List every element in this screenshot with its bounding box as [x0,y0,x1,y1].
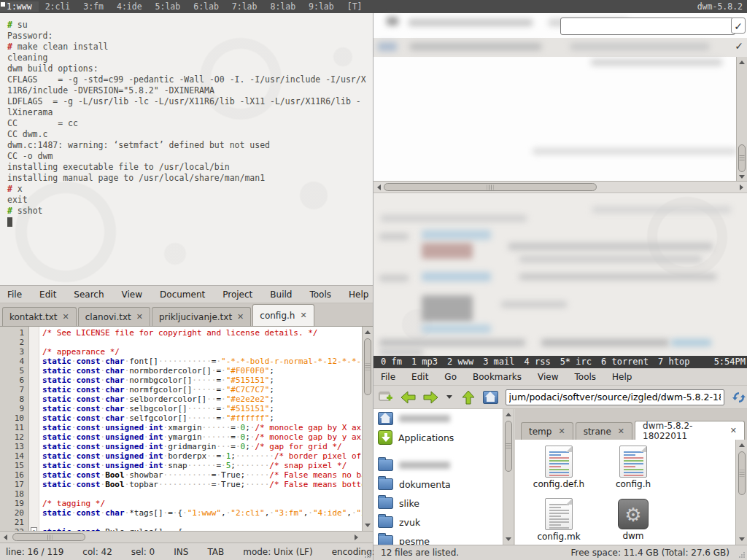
scroll-up-icon[interactable] [737,58,746,67]
filemanager-menu-file[interactable]: File [381,372,395,382]
scrollbar-thumb[interactable] [12,533,85,541]
dwm-tag-1-www[interactable]: 1:www [0,1,39,12]
scrollbar-thumb[interactable] [738,144,746,172]
fileview-scrollbar[interactable] [735,440,747,545]
scroll-down-icon[interactable] [503,534,513,544]
sidebar-item-blurred-2[interactable] [374,456,503,475]
fm-tab-temp[interactable]: temp✕ [521,422,573,440]
screen-window-7htop[interactable]: 7 htop [658,357,689,367]
blurred-input-field[interactable] [560,18,735,35]
tab-close-icon[interactable]: ✕ [136,312,143,322]
horizontal-scrollbar[interactable] [374,181,747,192]
fm-tab-dwm-5.8.2-18022011[interactable]: dwm-5.8.2-18022011✕ [635,421,745,440]
scroll-down-icon[interactable] [737,534,746,544]
editor-code-area[interactable]: /* See LICENSE file for copyright and li… [39,327,362,531]
dwm-tag-2-cli[interactable]: 2:cli [39,1,77,12]
editor-menu-project[interactable]: Project [222,289,252,300]
scroll-up-icon[interactable] [363,327,372,337]
check-icon[interactable]: ✓ [735,40,743,52]
fm-tab-strane[interactable]: strane✕ [576,422,632,440]
up-button[interactable] [460,389,476,405]
screen-window-3mail[interactable]: 3 mail [483,357,514,367]
screen-window-2www[interactable]: 2 www [447,357,473,367]
file-item-config.mk[interactable]: config.mk [524,498,594,542]
scroll-up-icon[interactable] [737,440,746,450]
tab-close-icon[interactable]: ✕ [618,427,624,436]
screen-window-0fm[interactable]: 0 fm [381,357,402,367]
editor-tab-config.h[interactable]: config.h✕ [252,304,314,326]
dwm-layout-symbol[interactable]: [T] [341,0,369,13]
editor-menu-help[interactable]: Help [349,289,368,300]
tab-close-icon[interactable]: ✕ [63,312,69,322]
scroll-right-icon[interactable] [737,182,746,192]
editor-tab-prikljucivanje.txt[interactable]: prikljucivanje.txt✕ [152,307,251,326]
editor-vertical-scrollbar[interactable] [362,327,373,531]
filemanager-menu-view[interactable]: View [538,372,558,382]
filemanager-menu-help[interactable]: Help [612,372,632,382]
filemanager-menu-tools[interactable]: Tools [575,372,597,382]
resize-grip-icon[interactable] [738,551,746,559]
dwm-tag-9-lab[interactable]: 9:lab [302,1,341,12]
sidebar-item-Applications[interactable]: Applications [374,428,503,447]
scrollbar-thumb[interactable] [738,451,746,495]
screen-window-1mp3[interactable]: 1 mp3 [411,357,438,367]
scroll-up-icon[interactable] [503,410,513,419]
scrollbar-thumb[interactable] [384,183,597,191]
history-dropdown-icon[interactable] [445,389,454,405]
filemanager-menu-go[interactable]: Go [444,372,457,382]
editor-menu-document[interactable]: Document [160,289,205,300]
editor-menu-edit[interactable]: Edit [39,289,56,300]
reload-button[interactable] [731,389,747,405]
scroll-right-icon[interactable] [352,532,361,542]
editor-menu-search[interactable]: Search [74,289,104,300]
scrollbar-thumb[interactable] [505,421,512,472]
scroll-down-icon[interactable] [363,521,372,530]
dwm-tag-4-ide[interactable]: 4:ide [110,1,149,12]
dwm-tag-3-fm[interactable]: 3:fm [77,1,110,12]
filemanager-menu-edit[interactable]: Edit [411,372,428,382]
back-button[interactable] [400,389,417,405]
terminal-window[interactable]: # suPassword:# make clean installcleanin… [0,13,373,286]
filemanager-menu-bookmarks[interactable]: Bookmarks [473,372,522,382]
sidebar-scrollbar[interactable] [503,409,514,545]
blurred-window-irc[interactable] [374,193,747,356]
tab-close-icon[interactable]: ✕ [730,426,737,435]
editor-horizontal-scrollbar[interactable] [0,531,373,542]
editor-menu-build[interactable]: Build [270,289,292,300]
screen-window-6torrent[interactable]: 6 torrent [601,357,649,367]
screen-window-5irc[interactable]: 5* irc [560,357,592,367]
resize-grip-icon[interactable] [364,551,371,559]
sidebar-item-dokumenta[interactable]: dokumenta [374,475,503,494]
scroll-left-icon[interactable] [374,182,384,192]
file-view[interactable]: config.def.hconfig.hconfig.mk⚙dwm [515,440,735,545]
editor-menu-file[interactable]: File [7,289,22,300]
sidebar-item-slike[interactable]: slike [374,494,503,513]
tab-close-icon[interactable]: ✕ [300,311,306,320]
sidebar-item-pesme[interactable]: pesme [374,532,503,545]
new-tab-button[interactable] [378,389,394,405]
home-button[interactable] [483,389,499,405]
dwm-tag-5-lab[interactable]: 5:lab [149,1,187,12]
file-item-dwm[interactable]: ⚙dwm [598,498,668,541]
scrollbar-thumb[interactable] [364,338,371,395]
editor-menu-tools[interactable]: Tools [309,289,331,300]
file-item-config.h[interactable]: config.h [598,446,668,489]
checkbox-checked[interactable]: ✓ [731,18,746,34]
path-input[interactable] [506,389,725,405]
editor-tab-kontakt.txt[interactable]: kontakt.txt✕ [2,307,77,326]
screen-window-4rss[interactable]: 4 rss [525,357,551,367]
dwm-tag-7-lab[interactable]: 7:lab [225,1,264,12]
vertical-scrollbar[interactable] [736,57,747,182]
file-item-config.def.h[interactable]: config.def.h [524,446,594,489]
dwm-tag-6-lab[interactable]: 6:lab [187,1,225,12]
editor-tab-clanovi.txt[interactable]: clanovi.txt✕ [78,307,150,326]
dwm-tag-8-lab[interactable]: 8:lab [263,1,302,12]
sidebar-item-zvuk[interactable]: zvuk [374,513,503,532]
blurred-window-top[interactable]: ✓ ✓ [374,13,747,193]
tab-close-icon[interactable]: ✕ [237,312,244,322]
sidebar-item-blurred-0[interactable] [374,409,503,428]
forward-button[interactable] [423,389,439,405]
tab-close-icon[interactable]: ✕ [558,427,565,436]
editor-menu-view[interactable]: View [122,289,142,300]
scroll-left-icon[interactable] [1,532,10,542]
